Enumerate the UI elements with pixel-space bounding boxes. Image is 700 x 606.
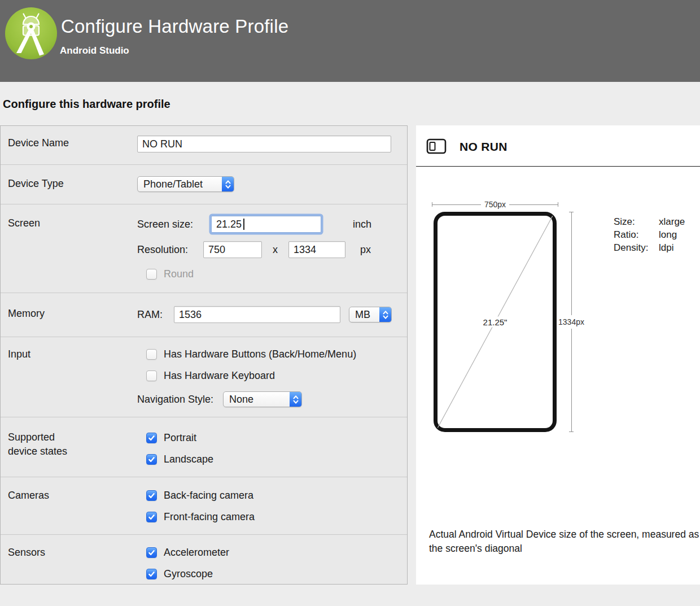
memory-section: Memory RAM: MB (1, 293, 407, 337)
up-down-stepper-icon (290, 392, 301, 407)
hardware-buttons-label: Has Hardware Buttons (Back/Home/Menu) (164, 348, 356, 360)
device-screen-outline: 21.25" (434, 212, 557, 432)
cameras-label: Cameras (1, 488, 137, 534)
hardware-buttons-row: Has Hardware Buttons (Back/Home/Menu) (137, 347, 407, 361)
screen-size-unit: inch (353, 219, 371, 230)
sensors-label: Sensors (1, 545, 137, 584)
ram-input[interactable] (174, 306, 340, 323)
android-studio-logo-icon (5, 7, 58, 60)
ram-label: RAM: (137, 309, 163, 321)
size-info-row: Size: xlarge (614, 215, 685, 228)
size-info-label: Size: (614, 215, 659, 228)
input-label: Input (1, 347, 137, 417)
navigation-style-select[interactable]: None (223, 391, 302, 407)
checkmark-icon (147, 570, 156, 578)
resolution-separator: x (273, 244, 278, 256)
chevrons-icon (225, 179, 231, 190)
density-info-value: ldpi (659, 241, 673, 254)
resolution-width-input[interactable] (203, 241, 262, 258)
resolution-label: Resolution: (137, 244, 188, 256)
hardware-keyboard-row: Has Hardware Keyboard (137, 368, 407, 383)
device-states-label: Supported device states (1, 430, 137, 477)
screen-label: Screen (1, 216, 137, 293)
checkmark-icon (147, 513, 156, 521)
width-measure-label: 750px (481, 200, 509, 209)
density-info-label: Density: (614, 241, 659, 254)
device-states-section: Supported device states Portrait Landsca… (1, 417, 407, 477)
portrait-row: Portrait (137, 430, 407, 445)
input-section: Input Has Hardware Buttons (Back/Home/Me… (1, 337, 407, 417)
checkmark-icon (147, 491, 156, 500)
preview-note: Actual Android Virtual Device size of th… (429, 527, 700, 556)
device-name-input[interactable] (137, 136, 391, 152)
screen-section: Screen Screen size: inch Resolution: x p… (1, 204, 407, 293)
hardware-keyboard-checkbox[interactable] (146, 370, 157, 381)
front-camera-label: Front-facing camera (164, 511, 255, 523)
device-name-label: Device Name (1, 136, 137, 164)
checkmark-icon (147, 434, 156, 442)
back-camera-row: Back-facing camera (137, 488, 407, 503)
resolution-unit: px (360, 244, 371, 256)
front-camera-checkbox[interactable] (146, 512, 157, 522)
size-info-value: xlarge (659, 215, 685, 228)
window-title-bar: Configure Hardware Profile Android Studi… (0, 0, 700, 82)
gyroscope-label: Gyroscope (164, 568, 213, 580)
ram-unit-value: MB (349, 309, 379, 321)
device-icon (426, 138, 448, 155)
memory-label: Memory (1, 306, 137, 337)
cameras-section: Cameras Back-facing camera Front-facing … (1, 477, 407, 534)
hardware-buttons-checkbox[interactable] (146, 349, 157, 360)
chevrons-icon (292, 394, 299, 405)
sensors-section: Sensors Accelerometer Gyroscope (1, 534, 407, 584)
round-row: Round (137, 267, 407, 281)
portrait-label: Portrait (164, 432, 196, 444)
diagonal-size-label: 21.25" (481, 317, 510, 328)
landscape-row: Landscape (137, 452, 407, 467)
device-name-section: Device Name (1, 126, 407, 164)
device-type-section: Device Type Phone/Tablet (1, 164, 407, 204)
device-preview-panel: NO RUN 750px 21.25" 1334px Size: xlarge … (416, 125, 700, 585)
round-checkbox[interactable] (146, 269, 157, 280)
checkmark-icon (147, 455, 156, 464)
accelerometer-checkbox[interactable] (146, 547, 157, 558)
resolution-height-input[interactable] (288, 241, 345, 258)
height-measure-label: 1334px (558, 315, 584, 329)
back-camera-checkbox[interactable] (146, 490, 157, 501)
back-camera-label: Back-facing camera (164, 490, 253, 502)
device-type-label: Device Type (1, 176, 137, 204)
dialog-title: Configure Hardware Profile (61, 16, 288, 37)
ram-unit-select[interactable]: MB (349, 307, 392, 322)
up-down-stepper-icon (222, 177, 234, 191)
device-type-value: Phone/Tablet (138, 178, 222, 190)
screen-size-label: Screen size: (137, 219, 193, 230)
height-measure: 1334px (557, 212, 586, 432)
device-type-select[interactable]: Phone/Tablet (137, 176, 234, 192)
measure-line (509, 204, 558, 205)
text-cursor (243, 219, 244, 230)
hardware-keyboard-label: Has Hardware Keyboard (164, 370, 275, 382)
width-measure: 750px (432, 200, 558, 209)
measure-line (432, 204, 481, 205)
dialog-subtitle: Android Studio (60, 45, 129, 56)
accelerometer-label: Accelerometer (164, 547, 229, 559)
landscape-checkbox[interactable] (146, 454, 157, 465)
gyroscope-row: Gyroscope (137, 566, 407, 581)
navigation-style-label: Navigation Style: (137, 394, 213, 406)
ratio-info-row: Ratio: long (614, 228, 685, 241)
chevrons-icon (382, 309, 389, 320)
landscape-label: Landscape (164, 454, 213, 465)
preview-divider (416, 166, 700, 167)
screen-size-input[interactable] (211, 216, 321, 233)
preview-device-name: NO RUN (460, 140, 508, 154)
measure-line (571, 212, 572, 315)
screen-size-field (211, 216, 321, 233)
front-camera-row: Front-facing camera (137, 509, 407, 524)
up-down-stepper-icon (379, 307, 391, 322)
ratio-info-label: Ratio: (614, 228, 659, 241)
portrait-checkbox[interactable] (146, 433, 157, 443)
hardware-profile-form: Device Name Device Type Phone/Tablet (0, 125, 408, 585)
page-heading: Configure this hardware profile (3, 98, 170, 111)
gyroscope-checkbox[interactable] (146, 569, 157, 579)
ratio-info-value: long (659, 228, 677, 241)
navigation-style-value: None (224, 394, 290, 406)
